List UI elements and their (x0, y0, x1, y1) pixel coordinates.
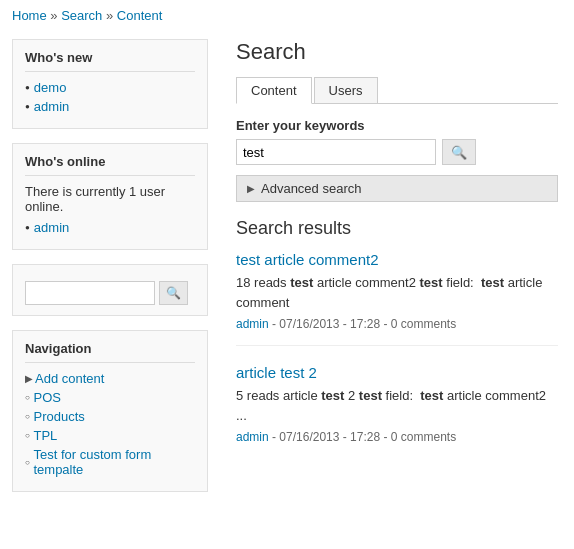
result-author[interactable]: admin (236, 430, 269, 444)
nav-item-pos: ○ POS (25, 390, 195, 405)
search-icon: 🔍 (166, 286, 181, 300)
whos-online-block: Who's online There is currently 1 user o… (12, 143, 208, 250)
bullet-hollow-icon: ○ (25, 431, 30, 440)
result-link[interactable]: article test 2 (236, 364, 317, 381)
nav-link-products[interactable]: Products (33, 409, 84, 424)
result-snippet: 5 reads article test 2 test field: test … (236, 386, 558, 425)
bullet-icon: ● (25, 223, 30, 232)
sidebar-search-input[interactable] (25, 281, 155, 305)
tab-users[interactable]: Users (314, 77, 378, 103)
nav-link-pos[interactable]: POS (33, 390, 60, 405)
main-content: Search Content Users Enter your keywords… (220, 31, 574, 514)
advanced-search-label: Advanced search (261, 181, 361, 196)
result-title: test article comment2 (236, 251, 558, 268)
nav-arrow-icon: ▶ (25, 373, 33, 384)
whos-new-list: ● demo ● admin (25, 80, 195, 114)
breadcrumb: Home » Search » Content (0, 0, 574, 31)
bullet-hollow-icon: ○ (25, 393, 30, 402)
online-status: There is currently 1 user online. (25, 184, 195, 214)
result-snippet: 18 reads test article comment2 test fiel… (236, 273, 558, 312)
result-comments: 0 comments (391, 430, 456, 444)
search-input-row: 🔍 (236, 139, 558, 165)
online-user-admin[interactable]: admin (34, 220, 69, 235)
whos-new-title: Who's new (25, 50, 195, 72)
search-submit-button[interactable]: 🔍 (442, 139, 476, 165)
advanced-arrow-icon: ▶ (247, 183, 255, 194)
user-link-demo[interactable]: demo (34, 80, 67, 95)
breadcrumb-home[interactable]: Home (12, 8, 47, 23)
result-meta: admin - 07/16/2013 - 17:28 - 0 comments (236, 317, 558, 331)
list-item: ● demo (25, 80, 195, 95)
whos-online-title: Who's online (25, 154, 195, 176)
nav-link-add-content[interactable]: Add content (35, 371, 104, 386)
list-item: ● admin (25, 220, 195, 235)
tabs-bar: Content Users (236, 77, 558, 104)
search-keywords-label: Enter your keywords (236, 118, 558, 133)
sidebar-search-block: 🔍 (12, 264, 208, 316)
sidebar-search-form: 🔍 (25, 281, 195, 305)
search-icon: 🔍 (451, 145, 467, 160)
navigation-block: Navigation ▶ Add content ○ POS ○ Product… (12, 330, 208, 492)
nav-item-products: ○ Products (25, 409, 195, 424)
search-form: Enter your keywords 🔍 ▶ Advanced search (236, 118, 558, 202)
search-input[interactable] (236, 139, 436, 165)
nav-item-custom-form: ○ Test for custom form tempalte (25, 447, 195, 477)
page-title: Search (236, 39, 558, 65)
bullet-hollow-icon: ○ (25, 458, 30, 467)
result-title: article test 2 (236, 364, 558, 381)
result-item: test article comment2 18 reads test arti… (236, 251, 558, 346)
page-wrapper: Who's new ● demo ● admin Who's online Th… (0, 31, 574, 514)
result-author[interactable]: admin (236, 317, 269, 331)
nav-link-tpl[interactable]: TPL (33, 428, 57, 443)
breadcrumb-content[interactable]: Content (117, 8, 163, 23)
bullet-icon: ● (25, 102, 30, 111)
nav-item-add-content: ▶ Add content (25, 371, 195, 386)
nav-link-custom-form[interactable]: Test for custom form tempalte (33, 447, 195, 477)
sidebar: Who's new ● demo ● admin Who's online Th… (0, 31, 220, 514)
navigation-title: Navigation (25, 341, 195, 363)
result-meta: admin - 07/16/2013 - 17:28 - 0 comments (236, 430, 558, 444)
result-date: - 07/16/2013 - 17:28 - (272, 317, 391, 331)
whos-new-block: Who's new ● demo ● admin (12, 39, 208, 129)
result-comments: 0 comments (391, 317, 456, 331)
result-date: - 07/16/2013 - 17:28 - (272, 430, 391, 444)
nav-item-tpl: ○ TPL (25, 428, 195, 443)
results-title: Search results (236, 218, 558, 239)
advanced-search-toggle[interactable]: ▶ Advanced search (236, 175, 558, 202)
breadcrumb-search[interactable]: Search (61, 8, 102, 23)
bullet-hollow-icon: ○ (25, 412, 30, 421)
result-link[interactable]: test article comment2 (236, 251, 379, 268)
result-item: article test 2 5 reads article test 2 te… (236, 364, 558, 458)
tab-content[interactable]: Content (236, 77, 312, 104)
user-link-admin[interactable]: admin (34, 99, 69, 114)
search-results: Search results test article comment2 18 … (236, 218, 558, 458)
list-item: ● admin (25, 99, 195, 114)
online-user-list: ● admin (25, 220, 195, 235)
sidebar-search-button[interactable]: 🔍 (159, 281, 188, 305)
bullet-icon: ● (25, 83, 30, 92)
